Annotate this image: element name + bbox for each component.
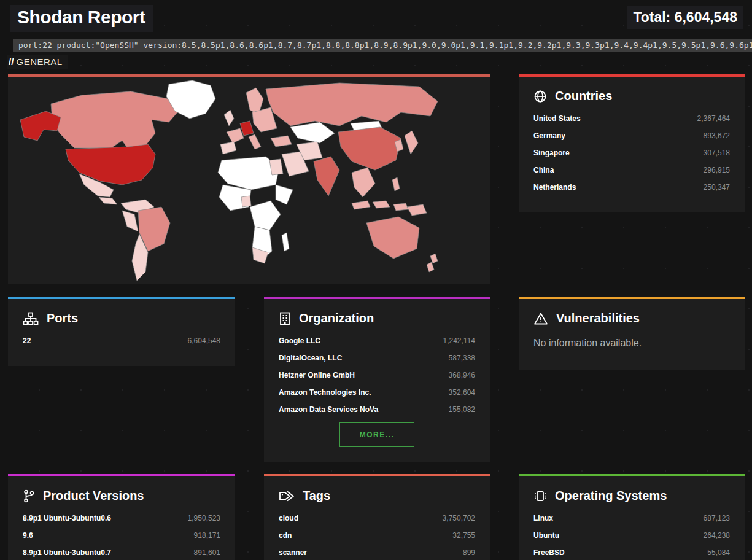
map-region-africa <box>218 157 293 263</box>
section-prefix: // <box>9 56 14 67</box>
row-label: China <box>533 166 554 174</box>
vulnerabilities-panel: Vulnerabilities No information available… <box>519 297 745 370</box>
row-label: 22 <box>23 336 31 345</box>
empty-state-text: No information available. <box>533 338 730 349</box>
row-label: Linux <box>533 514 553 523</box>
table-row: Ubuntu 264,238 <box>533 531 730 540</box>
table-row: DigitalOcean, LLC 587,338 <box>279 354 475 362</box>
row-label: 8.9p1 Ubuntu-3ubuntu0.6 <box>23 514 111 523</box>
row-value: 307,518 <box>704 149 730 157</box>
row-label: Germany <box>533 131 565 140</box>
row-label: cdn <box>279 531 292 540</box>
row-value: 2,367,464 <box>697 114 730 123</box>
table-row: 9.6 918,171 <box>23 531 220 540</box>
more-button[interactable]: MORE... <box>339 422 415 447</box>
row-value: 893,672 <box>704 131 730 140</box>
panel-title: Countries <box>555 89 612 103</box>
panel-title: Operating Systems <box>555 489 667 503</box>
tags-panel: Tags cloud 3,750,702 cdn 32,755 scanner … <box>264 474 490 560</box>
microchip-icon <box>533 489 547 503</box>
row-value: 32,755 <box>452 531 475 540</box>
table-row: Linux 687,123 <box>533 514 730 523</box>
table-row: Amazon Data Services NoVa 155,082 <box>279 405 475 414</box>
table-row: United States 2,367,464 <box>533 114 730 123</box>
table-row: Germany 893,672 <box>533 131 730 140</box>
panel-title: Tags <box>303 489 330 503</box>
table-row: FreeBSD 55,084 <box>533 548 730 557</box>
panel-title: Ports <box>47 311 78 325</box>
search-query-bar[interactable]: port:22 product:"OpenSSH" version:8.5,8.… <box>13 39 752 52</box>
row-value: 1,950,523 <box>188 514 220 523</box>
section-general: // GENERAL <box>7 56 752 68</box>
panel-title: Vulnerabilities <box>556 311 640 325</box>
code-branch-icon <box>23 489 35 503</box>
row-value: 1,242,114 <box>443 336 476 345</box>
total-value: 6,604,548 <box>675 9 737 25</box>
countries-header: Countries <box>533 89 730 103</box>
map-region-south-america <box>121 200 170 281</box>
organization-header: Organization <box>279 311 475 325</box>
table-row: Singapore 307,518 <box>533 149 730 157</box>
row-value: 368,946 <box>449 371 475 379</box>
row-label: scanner <box>279 548 307 557</box>
row-label: FreeBSD <box>533 548 565 557</box>
row-label: Hetzner Online GmbH <box>279 371 355 379</box>
table-row: 8.9p1 Ubuntu-3ubuntu0.6 1,950,523 <box>23 514 220 523</box>
panel-title: Product Versions <box>43 489 144 503</box>
row-label: cloud <box>279 514 298 523</box>
row-value: 687,123 <box>704 514 730 523</box>
table-row: cloud 3,750,702 <box>279 514 475 523</box>
row-value: 918,171 <box>194 531 220 540</box>
total-count: Total: 6,604,548 <box>627 6 743 29</box>
page-title: Shodan Report <box>10 5 153 32</box>
row-value: 264,238 <box>704 531 730 540</box>
globe-icon <box>533 90 547 103</box>
tags-icon <box>279 489 295 503</box>
operating-systems-header: Operating Systems <box>533 489 730 503</box>
row-value: 296,915 <box>704 166 730 174</box>
table-row: 22 6,604,548 <box>23 336 220 345</box>
table-row: scanner 899 <box>279 548 475 557</box>
section-label-text: GENERAL <box>17 56 63 67</box>
operating-systems-panel: Operating Systems Linux 687,123 Ubuntu 2… <box>519 474 745 560</box>
row-value: 352,604 <box>449 388 475 397</box>
tags-header: Tags <box>279 489 475 503</box>
table-row: Amazon Technologies Inc. 352,604 <box>279 388 475 397</box>
map-region-oceania <box>366 204 438 272</box>
row-value: 250,347 <box>704 183 730 192</box>
table-row: Netherlands 250,347 <box>533 183 730 192</box>
product-versions-panel: Product Versions 8.9p1 Ubuntu-3ubuntu0.6… <box>8 474 235 560</box>
row-label: Singapore <box>533 149 570 157</box>
organization-panel: Organization Google LLC 1,242,114 Digita… <box>264 297 490 462</box>
warning-icon <box>533 312 548 325</box>
countries-panel: Countries United States 2,367,464 German… <box>519 74 745 212</box>
row-label: Google LLC <box>279 336 320 345</box>
product-versions-header: Product Versions <box>23 489 220 503</box>
table-row: Hetzner Online GmbH 368,946 <box>279 371 475 379</box>
row-label: 8.9p1 Ubuntu-3ubuntu0.7 <box>23 548 111 557</box>
row-value: 155,082 <box>449 405 475 414</box>
row-value: 587,338 <box>449 354 475 362</box>
total-label: Total: <box>633 9 670 25</box>
row-value: 3,750,702 <box>443 514 475 523</box>
panel-grid: Countries United States 2,367,464 German… <box>8 74 746 560</box>
map-region-north-america <box>20 80 215 204</box>
table-row: Google LLC 1,242,114 <box>279 336 475 345</box>
row-value: 891,601 <box>194 548 220 557</box>
row-label: DigitalOcean, LLC <box>279 354 342 362</box>
report-header: Shodan Report Total: 6,604,548 <box>0 0 752 32</box>
row-label: United States <box>533 114 581 123</box>
ports-header: Ports <box>23 311 220 325</box>
row-value: 55,084 <box>707 548 730 557</box>
panel-title: Organization <box>299 311 374 325</box>
row-label: 9.6 <box>23 531 33 540</box>
world-map <box>8 77 490 284</box>
table-row: 8.9p1 Ubuntu-3ubuntu0.7 891,601 <box>23 548 220 557</box>
table-row: cdn 32,755 <box>279 531 475 540</box>
row-value: 6,604,548 <box>188 336 220 345</box>
vulnerabilities-header: Vulnerabilities <box>533 311 730 325</box>
row-label: Ubuntu <box>533 531 559 540</box>
building-icon <box>279 312 291 325</box>
row-label: Amazon Technologies Inc. <box>279 388 371 397</box>
table-row: China 296,915 <box>533 166 730 174</box>
